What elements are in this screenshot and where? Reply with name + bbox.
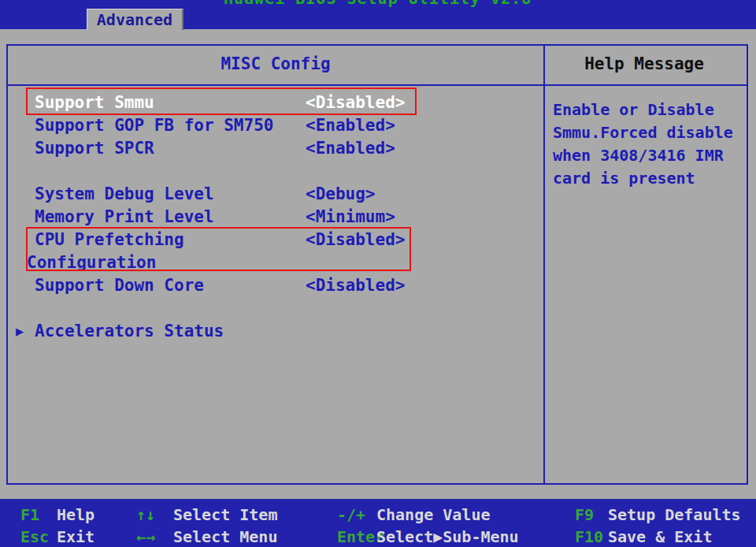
- top-menu-bar: Huawei BIOS Setup Utility V2.8 Advanced: [0, 0, 756, 29]
- item-value: <Disabled>: [306, 274, 405, 297]
- item-value: <Minimum>: [306, 206, 395, 229]
- vertical-divider: [543, 46, 545, 483]
- item-value: <Enabled>: [306, 137, 395, 160]
- item-label: CPU Prefetching: [35, 229, 184, 251]
- hotkey-f1: F1: [20, 505, 39, 524]
- item-label: Support Smmu: [35, 91, 154, 114]
- hotkey-select-item-label: Select Item: [173, 505, 277, 524]
- updown-arrows-icon: ↑↓: [136, 505, 155, 524]
- item-label: Accelerators Status: [35, 320, 224, 343]
- item-label: Support Down Core: [35, 274, 204, 297]
- hotkey-esc-label: Exit: [57, 527, 94, 546]
- hotkey-sub-menu-label: Select▶Sub-Menu: [376, 527, 519, 546]
- item-label: Support GOP FB for SM750: [35, 114, 273, 137]
- hotkey-select-menu-label: Select Menu: [173, 527, 277, 546]
- item-label: Memory Print Level: [35, 206, 214, 229]
- item-label: System Debug Level: [35, 183, 214, 206]
- hotkey-esc: Esc: [20, 527, 49, 546]
- help-text-line: Enable or Disable: [553, 99, 742, 121]
- item-value: <Disabled>: [306, 91, 405, 114]
- hotkey-change-value-label: Change Value: [376, 505, 491, 524]
- item-value: <Debug>: [306, 183, 376, 206]
- main-frame: MISC Config Help Message Support Smmu <D…: [6, 44, 748, 485]
- leftright-arrows-icon: ←→: [136, 527, 155, 546]
- item-value: <Enabled>: [306, 114, 395, 137]
- bios-title: Huawei BIOS Setup Utility V2.8: [224, 0, 532, 8]
- item-value: <Disabled>: [306, 229, 405, 251]
- hotkey-f9-label: Setup Defaults: [608, 505, 741, 524]
- hotkey-f10: F10: [575, 527, 603, 546]
- help-text-line: Smmu.Forced disable: [553, 121, 742, 144]
- header-divider: [8, 84, 747, 86]
- hotkey-f9: F9: [575, 505, 594, 524]
- submenu-arrow-icon: ▶: [16, 320, 24, 343]
- panel-title-help-message: Help Message: [545, 54, 743, 73]
- hotkey-f10-label: Save & Exit: [608, 527, 712, 546]
- hotkey-bar: F1 Help ↑↓ Select Item -/+ Change Value …: [0, 499, 756, 547]
- tab-advanced[interactable]: Advanced: [87, 9, 183, 30]
- item-label: Configuration: [27, 251, 156, 274]
- hotkey-minus-plus: -/+: [337, 505, 365, 524]
- item-label: Support SPCR: [35, 137, 154, 160]
- help-text-line: when 3408/3416 IMR: [553, 144, 742, 167]
- hotkey-f1-label: Help: [57, 505, 94, 524]
- panel-title-misc-config: MISC Config: [8, 54, 543, 73]
- help-text-line: card is present: [553, 167, 742, 190]
